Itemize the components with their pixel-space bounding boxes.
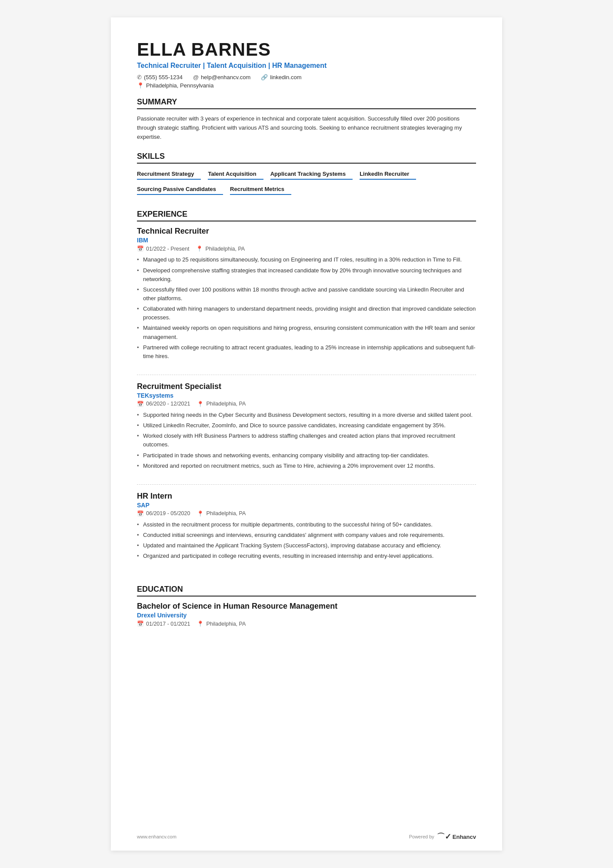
job-title-teksystems: Recruitment Specialist bbox=[137, 382, 476, 391]
job-title-sap: HR Intern bbox=[137, 492, 476, 501]
exp-meta-ibm: 📅 01/2022 - Present 📍 Philadelphia, PA bbox=[137, 245, 476, 252]
contact-row: ✆ (555) 555-1234 @ help@enhancv.com 🔗 li… bbox=[137, 74, 476, 80]
bullet-item: Assisted in the recruitment process for … bbox=[137, 520, 476, 529]
logo-icon: ⌒✓ bbox=[437, 831, 451, 842]
summary-title: SUMMARY bbox=[137, 97, 476, 109]
skill-tag: Recruitment Strategy bbox=[137, 169, 201, 180]
bullet-item: Participated in trade shows and networki… bbox=[137, 451, 476, 460]
pin-icon: 📍 bbox=[197, 620, 204, 627]
phone-number: (555) 555-1234 bbox=[144, 74, 183, 80]
education-title: EDUCATION bbox=[137, 585, 476, 597]
location-sap: 📍 Philadelphia, PA bbox=[197, 510, 246, 517]
skills-section: SKILLS Recruitment Strategy Talent Acqui… bbox=[137, 152, 476, 199]
edu-dates: 📅 01/2017 - 01/2021 bbox=[137, 620, 190, 627]
calendar-icon: 📅 bbox=[137, 510, 144, 517]
company-ibm: IBM bbox=[137, 237, 476, 244]
phone-icon: ✆ bbox=[137, 74, 142, 80]
experience-title: EXPERIENCE bbox=[137, 210, 476, 221]
phone-item: ✆ (555) 555-1234 bbox=[137, 74, 183, 80]
brand-name: Enhancv bbox=[453, 834, 476, 840]
email-item: @ help@enhancv.com bbox=[193, 74, 250, 80]
edu-meta: 📅 01/2017 - 01/2021 📍 Philadelphia, PA bbox=[137, 620, 476, 627]
bullet-item: Partnered with college recruiting to att… bbox=[137, 343, 476, 361]
pin-icon: 📍 bbox=[196, 245, 203, 252]
exp-meta-sap: 📅 06/2019 - 05/2020 📍 Philadelphia, PA bbox=[137, 510, 476, 517]
exp-meta-teksystems: 📅 06/2020 - 12/2021 📍 Philadelphia, PA bbox=[137, 401, 476, 407]
bullets-sap: Assisted in the recruitment process for … bbox=[137, 520, 476, 561]
location-teksystems: 📍 Philadelphia, PA bbox=[197, 401, 246, 407]
bullet-item: Utilized LinkedIn Recruiter, ZoomInfo, a… bbox=[137, 421, 476, 430]
edu-school: Drexel University bbox=[137, 612, 476, 619]
calendar-icon: 📅 bbox=[137, 245, 144, 252]
job-sap: HR Intern SAP 📅 06/2019 - 05/2020 📍 Phil… bbox=[137, 492, 476, 575]
edu-drexel: Bachelor of Science in Human Resource Ma… bbox=[137, 602, 476, 627]
pin-icon: 📍 bbox=[197, 510, 204, 517]
candidate-name: ELLA BARNES bbox=[137, 39, 476, 60]
bullet-item: Conducted initial screenings and intervi… bbox=[137, 531, 476, 540]
location-icon: 📍 bbox=[137, 82, 144, 89]
education-section: EDUCATION Bachelor of Science in Human R… bbox=[137, 585, 476, 627]
bullet-item: Maintained weekly reports on open requis… bbox=[137, 324, 476, 341]
job-title-ibm: Technical Recruiter bbox=[137, 227, 476, 236]
summary-section: SUMMARY Passionate recruiter with 3 year… bbox=[137, 97, 476, 141]
bullet-item: Worked closely with HR Business Partners… bbox=[137, 432, 476, 449]
resume-page: ELLA BARNES Technical Recruiter | Talent… bbox=[111, 17, 502, 851]
summary-text: Passionate recruiter with 3 years of exp… bbox=[137, 114, 476, 141]
bullet-item: Updated and maintained the Applicant Tra… bbox=[137, 541, 476, 550]
location-text: Philadelphia, Pennsylvania bbox=[146, 82, 213, 89]
skills-grid: Recruitment Strategy Talent Acquisition … bbox=[137, 169, 476, 199]
dates-teksystems: 📅 06/2020 - 12/2021 bbox=[137, 401, 190, 407]
linkedin-url: linkedin.com bbox=[270, 74, 301, 80]
pin-icon: 📍 bbox=[197, 401, 204, 407]
calendar-icon: 📅 bbox=[137, 401, 144, 407]
bullet-item: Successfully filled over 100 positions w… bbox=[137, 285, 476, 303]
linkedin-item: 🔗 linkedin.com bbox=[261, 74, 301, 80]
job-ibm: Technical Recruiter IBM 📅 01/2022 - Pres… bbox=[137, 227, 476, 375]
job-teksystems: Recruitment Specialist TEKsystems 📅 06/2… bbox=[137, 382, 476, 485]
bullet-item: Managed up to 25 requisitions simultaneo… bbox=[137, 255, 476, 264]
header: ELLA BARNES Technical Recruiter | Talent… bbox=[137, 39, 476, 89]
edu-degree: Bachelor of Science in Human Resource Ma… bbox=[137, 602, 476, 611]
company-sap: SAP bbox=[137, 502, 476, 509]
skills-title: SKILLS bbox=[137, 152, 476, 164]
edu-location: 📍 Philadelphia, PA bbox=[197, 620, 246, 627]
footer-website: www.enhancv.com bbox=[137, 834, 177, 839]
skill-tag: Applicant Tracking Systems bbox=[270, 169, 353, 180]
skill-tag: Sourcing Passive Candidates bbox=[137, 184, 223, 195]
dates-ibm: 📅 01/2022 - Present bbox=[137, 245, 189, 252]
link-icon: 🔗 bbox=[261, 74, 268, 80]
bullets-ibm: Managed up to 25 requisitions simultaneo… bbox=[137, 255, 476, 361]
experience-section: EXPERIENCE Technical Recruiter IBM 📅 01/… bbox=[137, 210, 476, 574]
powered-by-text: Powered by bbox=[409, 834, 434, 839]
email-address: help@enhancv.com bbox=[201, 74, 250, 80]
dates-sap: 📅 06/2019 - 05/2020 bbox=[137, 510, 190, 517]
candidate-title: Technical Recruiter | Talent Acquisition… bbox=[137, 62, 476, 70]
location-row: 📍 Philadelphia, Pennsylvania bbox=[137, 82, 476, 89]
bullet-item: Supported hiring needs in the Cyber Secu… bbox=[137, 411, 476, 419]
bullet-item: Organized and participated in college re… bbox=[137, 552, 476, 560]
company-teksystems: TEKsystems bbox=[137, 392, 476, 399]
bullet-item: Collaborated with hiring managers to und… bbox=[137, 305, 476, 322]
footer-brand: Powered by ⌒✓ Enhancv bbox=[409, 831, 476, 842]
skill-tag: Recruitment Metrics bbox=[230, 184, 291, 195]
skill-tag: Talent Acquisition bbox=[208, 169, 263, 180]
calendar-icon: 📅 bbox=[137, 620, 144, 627]
location-ibm: 📍 Philadelphia, PA bbox=[196, 245, 245, 252]
email-icon: @ bbox=[193, 74, 199, 80]
skill-tag: LinkedIn Recruiter bbox=[360, 169, 416, 180]
bullet-item: Monitored and reported on recruitment me… bbox=[137, 462, 476, 470]
bullets-teksystems: Supported hiring needs in the Cyber Secu… bbox=[137, 411, 476, 470]
page-footer: www.enhancv.com Powered by ⌒✓ Enhancv bbox=[137, 831, 476, 842]
bullet-item: Developed comprehensive staffing strateg… bbox=[137, 266, 476, 284]
enhancv-logo: ⌒✓ Enhancv bbox=[437, 831, 476, 842]
